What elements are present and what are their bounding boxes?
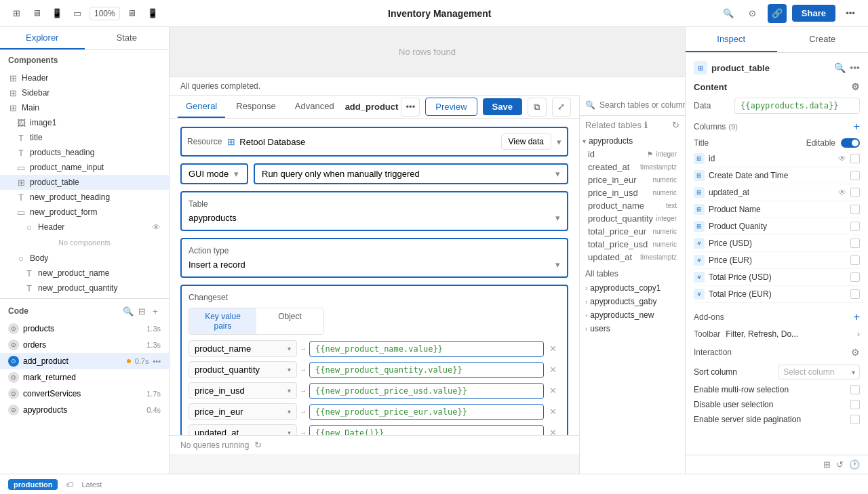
code-item-apyproducts[interactable]: ⊙ apyproducts 0.4s xyxy=(0,402,169,418)
tab-response[interactable]: Response xyxy=(228,96,284,118)
search-icon[interactable]: 🔍 xyxy=(719,4,738,23)
kv-key-2[interactable]: price_in_usd▾ xyxy=(189,382,297,399)
disable-selection-checkbox[interactable] xyxy=(850,400,860,409)
more-query-icon[interactable]: ••• xyxy=(401,98,420,117)
content-settings-icon[interactable]: ⚙ xyxy=(851,81,860,92)
table-apyproducts-new[interactable]: › apyproducts_new xyxy=(580,308,685,322)
desktop-icon[interactable]: 🖥 xyxy=(28,5,45,22)
kv-value-2[interactable]: {{new_product_price_usd.value}} xyxy=(309,383,544,399)
kv-value-1[interactable]: {{new_product_quantity.value}} xyxy=(309,362,544,378)
code-item-orders[interactable]: ⊙ orders 1.3s xyxy=(0,337,169,353)
resource-dropdown-icon[interactable]: ▾ xyxy=(557,137,561,147)
col-hide-id[interactable]: 👁 xyxy=(838,154,846,163)
related-info-icon[interactable]: ℹ xyxy=(644,120,648,130)
search-tables-input[interactable] xyxy=(599,100,685,110)
kv-value-4[interactable]: {{new Date()}} xyxy=(309,425,544,436)
tree-item-product-table[interactable]: ⊞ product_table xyxy=(0,175,169,190)
col-check-total-eur[interactable] xyxy=(850,289,860,299)
tree-item-title[interactable]: T title xyxy=(0,130,169,145)
kv-key-3[interactable]: price_in_eur▾ xyxy=(189,403,297,420)
editable-toggle[interactable] xyxy=(841,138,860,148)
server-pagination-checkbox[interactable] xyxy=(850,415,860,424)
related-refresh-icon[interactable]: ↻ xyxy=(672,120,679,130)
table-users[interactable]: › users xyxy=(580,322,685,335)
data-value[interactable]: {{apyproducts.data}} xyxy=(734,98,860,114)
view-data-button[interactable]: View data xyxy=(501,133,551,150)
code-item-products[interactable]: ⊙ products 1.3s xyxy=(0,321,169,337)
col-check-price-eur[interactable] xyxy=(850,255,860,265)
kv-delete-4[interactable]: ✕ xyxy=(547,426,560,436)
expand-query-icon[interactable]: ⤢ xyxy=(552,98,571,117)
hide-icon-header[interactable]: 👁 xyxy=(151,222,161,232)
tab-create[interactable]: Create xyxy=(777,27,869,52)
monitor-icon[interactable]: 🖥 xyxy=(124,5,140,22)
tree-item-header1[interactable]: ⊞ Header xyxy=(0,70,169,85)
add-addon-icon[interactable]: + xyxy=(854,311,860,323)
table-select[interactable]: apyproducts ▾ xyxy=(189,213,560,223)
more-right-icon[interactable]: ••• xyxy=(850,62,860,73)
env-badge[interactable]: production xyxy=(8,479,58,490)
table-apyproducts-gaby[interactable]: › apyproducts_gaby xyxy=(580,295,685,308)
phone-icon[interactable]: 📱 xyxy=(144,5,161,22)
tab-explorer[interactable]: Explorer xyxy=(0,27,85,49)
copy-query-icon[interactable]: ⧉ xyxy=(528,98,547,117)
link-icon[interactable]: 🔗 xyxy=(768,4,787,23)
right-footer-icon3[interactable]: 🕐 xyxy=(849,459,860,470)
tree-item-new-product-name[interactable]: T new_product_name xyxy=(0,266,169,281)
db-table-header-apyproducts[interactable]: ▾ apyproducts xyxy=(580,134,685,148)
search-right-icon[interactable]: 🔍 xyxy=(834,62,846,73)
col-check-id[interactable] xyxy=(850,154,860,163)
table-apyproducts-copy1[interactable]: › apyproducts_copy1 xyxy=(580,281,685,295)
resource-select[interactable]: ⊞ Retool Database xyxy=(227,136,495,147)
kv-tab-object[interactable]: Object xyxy=(256,308,323,334)
grid-icon[interactable]: ⊞ xyxy=(8,5,24,22)
history-icon[interactable]: ⊙ xyxy=(743,4,762,23)
col-check-updated[interactable] xyxy=(850,188,860,197)
save-button[interactable]: Save xyxy=(483,98,522,115)
col-check-price-usd[interactable] xyxy=(850,239,860,248)
tab-inspect[interactable]: Inspect xyxy=(686,27,777,52)
multi-row-checkbox[interactable] xyxy=(850,385,860,394)
kv-value-3[interactable]: {{new_product_price_eur.value}} xyxy=(309,404,544,420)
toolbar-arrow[interactable]: › xyxy=(857,329,860,339)
tree-item-new-product-quantity[interactable]: T new_product_quantity xyxy=(0,281,169,295)
share-button[interactable]: Share xyxy=(792,5,835,22)
add-code-icon[interactable]: + xyxy=(150,306,161,316)
tree-item-image1[interactable]: 🖼 image1 xyxy=(0,115,169,130)
col-check-total-usd[interactable] xyxy=(850,272,860,282)
tab-general[interactable]: General xyxy=(178,96,225,118)
zoom-level[interactable]: 100% xyxy=(90,7,120,20)
tree-item-sidebar[interactable]: ⊞ Sidebar xyxy=(0,85,169,100)
right-footer-icon2[interactable]: ↺ xyxy=(836,459,844,470)
trigger-select[interactable]: Run query only when manually triggered ▾ xyxy=(254,163,568,184)
tab-state[interactable]: State xyxy=(85,27,170,49)
kv-delete-0[interactable]: ✕ xyxy=(547,342,560,356)
kv-key-4[interactable]: updated_at▾ xyxy=(189,424,297,435)
code-item-mark-returned[interactable]: ⊙ mark_returned xyxy=(0,369,169,386)
refresh-icon[interactable]: ↻ xyxy=(254,440,262,450)
tree-item-body[interactable]: ○ Body xyxy=(0,251,169,266)
interaction-settings-icon[interactable]: ⚙ xyxy=(851,347,860,358)
code-item-convert-services[interactable]: ⊙ convertServices 1.7s xyxy=(0,386,169,402)
col-check-created[interactable] xyxy=(850,171,860,180)
kv-delete-2[interactable]: ✕ xyxy=(547,384,560,398)
kv-value-0[interactable]: {{new_product_name.value}} xyxy=(309,341,544,357)
code-item-add-product[interactable]: ⊙ add_product 0.7s ••• xyxy=(0,353,169,369)
filter-code-icon[interactable]: ⊟ xyxy=(136,306,147,316)
tree-item-products-heading[interactable]: T products_heading xyxy=(0,145,169,160)
col-check-product-qty[interactable] xyxy=(850,222,860,231)
tree-item-new-product-heading[interactable]: T new_product_heading xyxy=(0,190,169,205)
col-hide-updated[interactable]: 👁 xyxy=(838,188,846,197)
kv-key-1[interactable]: product_quantity▾ xyxy=(189,361,297,378)
col-check-product-name[interactable] xyxy=(850,205,860,214)
right-footer-icon1[interactable]: ⊞ xyxy=(823,459,831,470)
code-actions-add-product[interactable]: ••• xyxy=(153,357,161,365)
all-tables-label[interactable]: All tables xyxy=(580,266,685,281)
tab-advanced[interactable]: Advanced xyxy=(287,96,342,118)
tree-item-product-name-input[interactable]: ▭ product_name_input xyxy=(0,160,169,175)
search-code-icon[interactable]: 🔍 xyxy=(123,306,134,316)
gui-mode-select[interactable]: GUI mode ▾ xyxy=(180,163,248,184)
action-select[interactable]: Insert a record ▾ xyxy=(189,260,560,270)
tablet-icon[interactable]: ▭ xyxy=(69,5,85,22)
add-column-icon[interactable]: + xyxy=(854,121,860,133)
